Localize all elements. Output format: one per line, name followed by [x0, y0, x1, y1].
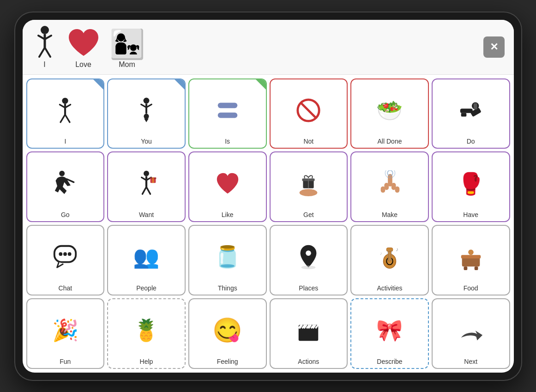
cell-label-chat: Chat [59, 284, 72, 295]
svg-point-12 [144, 97, 150, 103]
svg-point-53 [68, 253, 72, 256]
svg-point-69 [468, 250, 474, 255]
cell-make[interactable]: Make [350, 151, 429, 222]
cell-want[interactable]: Want [107, 151, 186, 222]
cell-not[interactable]: Not [270, 78, 348, 149]
cell-food[interactable]: Food [432, 225, 510, 296]
cell-you[interactable]: You [107, 78, 186, 149]
cell-label-next: Next [464, 358, 477, 368]
cell-icon-you [133, 79, 160, 138]
cell-label-is: Is [225, 138, 230, 148]
cell-people[interactable]: 👥 People [107, 225, 186, 296]
cell-icon-make [376, 152, 403, 211]
svg-line-5 [45, 48, 50, 57]
svg-point-51 [59, 253, 63, 256]
sentence-icon-love [67, 27, 100, 59]
cell-label-actions: Actions [298, 358, 319, 368]
svg-rect-47 [395, 186, 400, 193]
sentence-icon-i [32, 25, 58, 59]
svg-point-6 [62, 98, 68, 104]
cell-icon-i [52, 79, 78, 138]
svg-line-10 [60, 115, 65, 122]
cell-label-go: Go [61, 211, 70, 221]
cell-feeling[interactable]: 😋 Feeling [188, 298, 267, 369]
cell-things[interactable]: 🫙 Things [188, 225, 267, 296]
symbol-grid: I You [23, 75, 514, 373]
cell-icon-like [214, 152, 241, 211]
cell-is[interactable]: Is [188, 78, 267, 149]
sentence-label-love: Love [75, 60, 91, 69]
cell-icon-food [458, 226, 484, 284]
svg-point-55 [301, 266, 316, 270]
cell-icon-not [295, 79, 322, 138]
svg-point-28 [60, 170, 65, 176]
cell-describe[interactable]: 🎀 Describe [350, 298, 429, 369]
svg-point-52 [63, 253, 67, 256]
cell-next[interactable]: Next [432, 298, 510, 369]
cell-icon-get [295, 152, 322, 211]
tablet-frame: I Love 👩‍👧 Mom ✕ [14, 12, 522, 381]
cell-help[interactable]: 🍍 Help [107, 298, 186, 369]
svg-rect-67 [464, 267, 467, 271]
cell-label-help: Help [140, 358, 153, 368]
sentence-icon-mom: 👩‍👧 [109, 30, 145, 59]
cell-go[interactable]: Go [26, 151, 105, 222]
cell-label-i: I [64, 138, 66, 148]
sentence-bar: I Love 👩‍👧 Mom ✕ [23, 20, 514, 75]
svg-text:♪: ♪ [396, 247, 399, 253]
cell-actions[interactable]: Actions [270, 298, 348, 369]
svg-rect-27 [473, 103, 477, 109]
cell-i[interactable]: I [26, 78, 105, 149]
cell-icon-help: 🍍 [133, 299, 159, 358]
cell-icon-things: 🫙 [214, 226, 241, 284]
svg-point-0 [41, 26, 49, 34]
cell-have[interactable]: 🥊 Have [432, 151, 510, 222]
svg-rect-25 [461, 113, 466, 117]
cell-chat[interactable]: Chat [26, 225, 105, 296]
cell-label-activities: Activities [377, 284, 402, 295]
sentence-label-mom: Mom [119, 60, 135, 69]
sentence-items: I Love 👩‍👧 Mom [32, 25, 483, 69]
sentence-label-i: I [43, 60, 45, 69]
svg-text:♪: ♪ [380, 251, 382, 256]
cell-activities[interactable]: ♪ ♪ Activities [350, 225, 429, 296]
screen: I Love 👩‍👧 Mom ✕ [23, 20, 514, 373]
cell-label-have: Have [463, 211, 478, 221]
cell-icon-is [214, 79, 241, 138]
cell-like[interactable]: Like [188, 151, 267, 222]
svg-rect-46 [381, 186, 385, 193]
cell-label-get: Get [303, 211, 314, 221]
cell-label-people: People [136, 284, 157, 295]
cell-icon-people: 👥 [133, 226, 159, 284]
cell-places[interactable]: Places [270, 225, 348, 296]
svg-rect-68 [474, 267, 478, 271]
svg-line-11 [65, 115, 70, 122]
svg-rect-70 [299, 326, 319, 341]
svg-rect-66 [461, 255, 481, 259]
svg-rect-19 [217, 103, 237, 108]
cell-get[interactable]: Get [270, 151, 348, 222]
cell-icon-all-done: 🥗 [376, 79, 403, 138]
cell-label-all-done: All Done [378, 138, 402, 148]
cell-icon-want [133, 152, 160, 211]
cell-icon-activities: ♪ ♪ [376, 226, 403, 284]
cell-icon-chat [52, 226, 78, 284]
svg-point-30 [144, 170, 149, 176]
cell-label-describe: Describe [377, 358, 402, 368]
svg-line-35 [146, 187, 151, 193]
cell-label-you: You [141, 138, 152, 148]
cell-do[interactable]: Do [432, 78, 510, 149]
sentence-item-mom[interactable]: 👩‍👧 Mom [109, 30, 145, 69]
cell-icon-places [295, 226, 322, 284]
cell-label-things: Things [218, 284, 237, 295]
cell-label-like: Like [222, 211, 234, 221]
cell-label-places: Places [299, 284, 318, 295]
sentence-item-love[interactable]: Love [67, 27, 100, 69]
cell-label-make: Make [382, 211, 397, 221]
sentence-item-i[interactable]: I [32, 25, 58, 69]
cell-label-fun: Fun [60, 358, 71, 368]
svg-marker-18 [144, 119, 149, 122]
cell-all-done[interactable]: 🥗 All Done [350, 78, 429, 149]
close-button[interactable]: ✕ [483, 36, 505, 58]
cell-fun[interactable]: 🎉 Fun [26, 298, 105, 369]
